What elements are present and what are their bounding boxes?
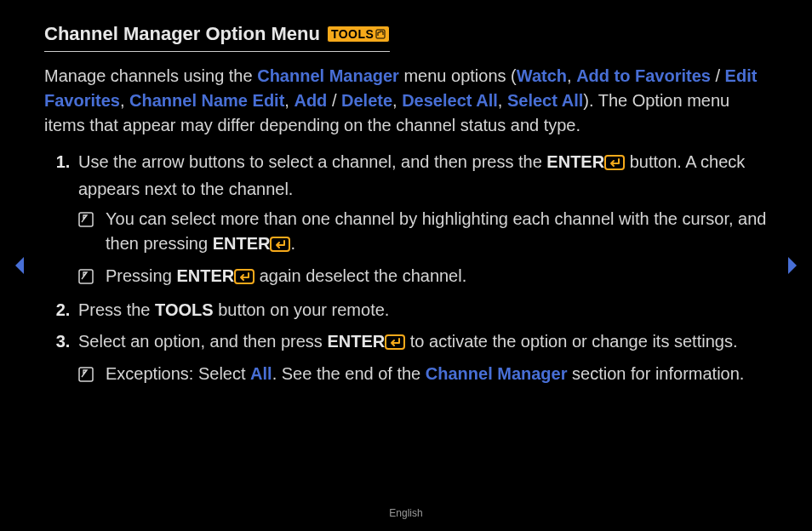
hl-select-all: Select All — [507, 91, 583, 110]
intro-text: menu options ( — [399, 66, 517, 85]
separator: , — [392, 91, 402, 110]
enter-icon — [270, 234, 290, 259]
footer-language: English — [0, 506, 812, 521]
hl-add: Add — [294, 91, 327, 110]
note-1: You can select more than one channel by … — [78, 207, 768, 259]
note-text: You can select more than one channel by … — [106, 209, 766, 253]
tools-label: TOOLS — [155, 300, 214, 319]
tools-badge-label: TOOLS — [331, 26, 374, 42]
step-text: button on your remote. — [214, 300, 390, 319]
separator: , — [120, 91, 129, 110]
enter-label: ENTER — [213, 234, 271, 253]
title-row: Channel Manager Option Menu TOOLS — [44, 20, 390, 52]
steps-list: Use the arrow buttons to select a channe… — [44, 150, 768, 386]
note-text: . — [290, 234, 295, 253]
separator: , — [284, 91, 294, 110]
hl-delete: Delete — [341, 91, 392, 110]
step-3: Select an option, and then press ENTER t… — [75, 329, 768, 386]
page-title: Channel Manager Option Menu — [44, 20, 320, 48]
enter-label: ENTER — [546, 152, 604, 171]
hl-channel-manager: Channel Manager — [426, 364, 568, 383]
tools-badge: TOOLS — [327, 26, 390, 43]
enter-icon — [604, 152, 625, 177]
next-page-arrow[interactable] — [785, 255, 800, 283]
intro-text: Manage channels using the — [44, 66, 257, 85]
separator: , — [498, 91, 507, 110]
enter-label: ENTER — [327, 332, 385, 351]
note-text: Exceptions: Select — [106, 364, 250, 383]
separator: / — [711, 66, 725, 85]
note-text: . See the end of the — [272, 364, 426, 383]
manual-page: Channel Manager Option Menu TOOLS Manage… — [0, 0, 812, 531]
separator: / — [327, 91, 341, 110]
note-icon — [78, 209, 94, 234]
hl-watch: Watch — [517, 66, 567, 85]
step-2: Press the TOOLS button on your remote. — [75, 298, 768, 323]
note-text: Pressing — [106, 266, 176, 285]
note-3: Exceptions: Select All. See the end of t… — [78, 362, 768, 386]
intro-paragraph: Manage channels using the Channel Manage… — [44, 64, 768, 138]
tools-badge-icon — [375, 29, 386, 39]
note-icon — [78, 364, 94, 389]
note-text: again deselect the channel. — [254, 266, 466, 285]
step-text: Use the arrow buttons to select a channe… — [78, 152, 546, 171]
enter-label: ENTER — [176, 266, 234, 285]
enter-icon — [234, 266, 254, 291]
prev-page-arrow[interactable] — [12, 255, 27, 283]
hl-add-to-favorites: Add to Favorites — [576, 66, 711, 85]
step-text: Press the — [78, 300, 155, 319]
step-1: Use the arrow buttons to select a channe… — [75, 150, 768, 291]
note-text: section for information. — [568, 364, 745, 383]
hl-all: All — [250, 364, 272, 383]
separator: , — [567, 66, 576, 85]
step-text: to activate the option or change its set… — [405, 332, 737, 351]
hl-channel-manager: Channel Manager — [257, 66, 399, 85]
hl-deselect-all: Deselect All — [402, 91, 498, 110]
enter-icon — [385, 332, 405, 357]
note-icon — [78, 266, 94, 291]
hl-channel-name-edit: Channel Name Edit — [129, 91, 284, 110]
step-text: Select an option, and then press — [78, 332, 327, 351]
note-2: Pressing ENTER again deselect the channe… — [78, 264, 768, 291]
